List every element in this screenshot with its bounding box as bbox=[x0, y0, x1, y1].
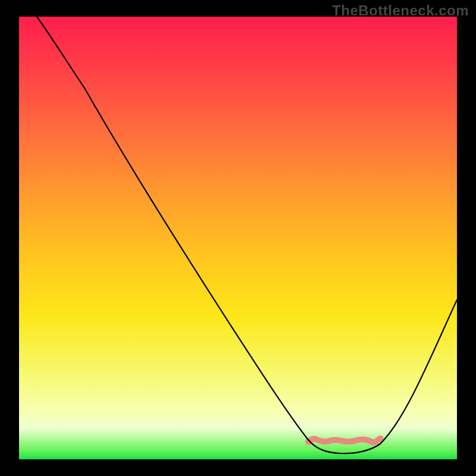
optimal-zone-highlight bbox=[309, 439, 379, 443]
plot-area bbox=[19, 17, 457, 459]
curve-svg bbox=[19, 17, 457, 459]
bottleneck-curve bbox=[37, 17, 457, 453]
chart-container: TheBottleneck.com bbox=[0, 0, 476, 476]
optimal-zone-dot-left bbox=[305, 438, 312, 445]
